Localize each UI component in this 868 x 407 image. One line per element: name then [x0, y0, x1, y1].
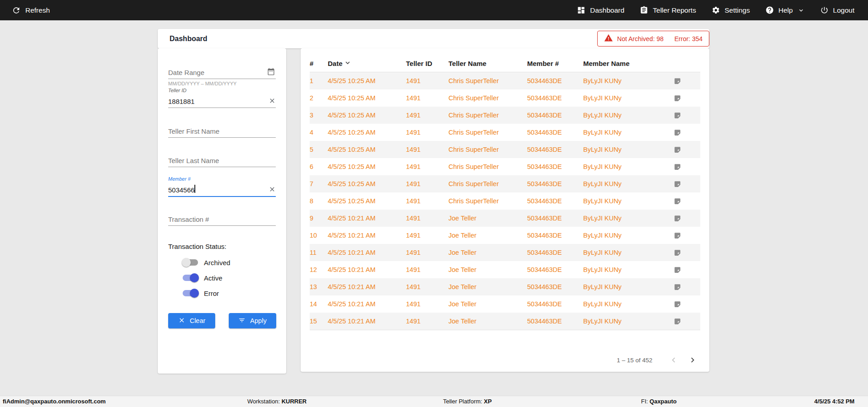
- chevron-down-icon: [797, 7, 805, 14]
- row-teller-id: 1491: [406, 112, 448, 119]
- row-teller-name: Joe Teller: [448, 215, 527, 222]
- row-date: 4/5/25 10:25 AM: [328, 112, 406, 119]
- row-teller-id: 1491: [406, 318, 448, 325]
- platform-value: XP: [484, 398, 491, 405]
- transaction-number-input[interactable]: [168, 215, 276, 223]
- toggle-switch[interactable]: [183, 275, 198, 281]
- note-icon[interactable]: [674, 180, 681, 188]
- nav-help-label: Help: [778, 6, 793, 14]
- table-body: 1 4/5/25 10:25 AM 1491 Chris SuperTeller…: [310, 72, 700, 330]
- note-icon[interactable]: [674, 197, 681, 205]
- statusbar-fi: FI: Qaxpauto: [641, 396, 677, 407]
- row-member-name: ByLyJI KUNy: [583, 283, 674, 290]
- note-icon[interactable]: [674, 232, 681, 239]
- statusbar-platform: Teller Platform: XP: [443, 396, 492, 407]
- row-member-number: 5034463DE: [527, 129, 583, 136]
- row-number: 11: [310, 249, 328, 256]
- statusbar-datetime: 4/5/25 4:52 PM: [814, 396, 854, 407]
- row-number: 5: [310, 146, 328, 153]
- statusbar: fiAdmin@qaxpauto.onmicrosoft.com Worksta…: [0, 396, 868, 407]
- chevron-left-icon[interactable]: [668, 354, 679, 366]
- nav-logout[interactable]: Logout: [820, 6, 854, 14]
- clear-member-number-icon[interactable]: [269, 186, 276, 193]
- note-icon[interactable]: [674, 163, 681, 171]
- row-date: 4/5/25 10:25 AM: [328, 146, 406, 153]
- nav-dashboard[interactable]: Dashboard: [577, 6, 624, 14]
- apply-button[interactable]: Apply: [229, 313, 276, 328]
- teller-first-name-input[interactable]: [168, 127, 276, 135]
- table-header-row: # Date Teller ID Teller Name Member # Me…: [310, 55, 700, 72]
- row-teller-name: Chris SuperTeller: [448, 146, 527, 153]
- dashboard-icon: [577, 6, 585, 14]
- nav-dashboard-label: Dashboard: [590, 6, 624, 14]
- row-teller-id: 1491: [406, 249, 448, 256]
- table-row: 3 4/5/25 10:25 AM 1491 Chris SuperTeller…: [310, 107, 700, 124]
- row-member-name: ByLyJI KUNy: [583, 266, 674, 273]
- row-number: 10: [310, 232, 328, 239]
- row-teller-id: 1491: [406, 232, 448, 239]
- note-icon[interactable]: [674, 146, 681, 154]
- warning-icon: [604, 33, 613, 44]
- transaction-status-label: Transaction Status:: [168, 243, 226, 250]
- row-member-name: ByLyJI KUNy: [583, 94, 674, 102]
- row-member-number: 5034463DE: [527, 283, 583, 290]
- row-teller-name: Joe Teller: [448, 266, 527, 273]
- nav-settings-label: Settings: [725, 6, 750, 14]
- apply-button-label: Apply: [250, 317, 266, 324]
- note-icon[interactable]: [674, 129, 681, 136]
- row-member-name: ByLyJI KUNy: [583, 232, 674, 239]
- filter-icon: [238, 317, 245, 325]
- note-icon[interactable]: [674, 215, 681, 222]
- fi-value: Qaxpauto: [650, 398, 677, 405]
- row-member-name: ByLyJI KUNy: [583, 77, 674, 84]
- calendar-icon[interactable]: [267, 68, 275, 75]
- note-icon[interactable]: [674, 94, 681, 102]
- row-member-number: 5034463DE: [527, 94, 583, 102]
- note-icon[interactable]: [674, 283, 681, 291]
- col-member-name: Member Name: [583, 60, 674, 67]
- clear-button[interactable]: Clear: [168, 313, 215, 328]
- teller-last-name-input[interactable]: [168, 157, 276, 164]
- nav-settings[interactable]: Settings: [712, 6, 750, 14]
- note-icon[interactable]: [674, 266, 681, 274]
- toggle-switch[interactable]: [183, 290, 198, 296]
- row-member-number: 5034463DE: [527, 146, 583, 153]
- table-row: 8 4/5/25 10:25 AM 1491 Chris SuperTeller…: [310, 192, 700, 210]
- table-row: 7 4/5/25 10:25 AM 1491 Chris SuperTeller…: [310, 175, 700, 192]
- workstation-value: KURRER: [282, 398, 307, 405]
- row-teller-id: 1491: [406, 283, 448, 290]
- row-teller-name: Joe Teller: [448, 300, 527, 308]
- clear-button-label: Clear: [190, 317, 206, 324]
- note-icon[interactable]: [674, 249, 681, 257]
- row-member-name: ByLyJI KUNy: [583, 163, 674, 170]
- teller-id-input[interactable]: [168, 98, 264, 105]
- refresh-button[interactable]: Refresh: [12, 6, 50, 15]
- member-number-field: Member #: [168, 180, 276, 197]
- row-number: 6: [310, 163, 328, 170]
- note-icon[interactable]: [674, 112, 681, 119]
- chevron-right-icon[interactable]: [687, 354, 698, 366]
- row-date: 4/5/25 10:25 AM: [328, 180, 406, 187]
- note-icon[interactable]: [674, 77, 681, 85]
- table-row: 14 4/5/25 10:21 AM 1491 Joe Teller 50344…: [310, 295, 700, 313]
- nav-teller-reports[interactable]: Teller Reports: [640, 6, 696, 14]
- toggle-switch[interactable]: [183, 259, 198, 266]
- row-teller-name: Chris SuperTeller: [448, 180, 527, 187]
- teller-id-field: Teller ID: [168, 92, 276, 108]
- note-icon[interactable]: [674, 318, 681, 325]
- col-date[interactable]: Date: [328, 59, 406, 68]
- alert-badge[interactable]: Not Archived: 98 Error: 354: [597, 31, 709, 47]
- row-number: 13: [310, 283, 328, 290]
- nav-help[interactable]: Help: [765, 6, 805, 14]
- platform-label: Teller Platform:: [443, 398, 482, 405]
- row-teller-name: Joe Teller: [448, 249, 527, 256]
- clear-teller-id-icon[interactable]: [269, 97, 276, 104]
- row-member-number: 5034463DE: [527, 163, 583, 170]
- row-teller-name: Joe Teller: [448, 232, 527, 239]
- date-range-input[interactable]: [168, 69, 264, 76]
- help-icon: [765, 6, 774, 14]
- note-icon[interactable]: [674, 300, 681, 308]
- alert-not-archived: Not Archived: 98: [617, 35, 664, 42]
- member-number-input[interactable]: [168, 186, 264, 194]
- row-member-name: ByLyJI KUNy: [583, 249, 674, 256]
